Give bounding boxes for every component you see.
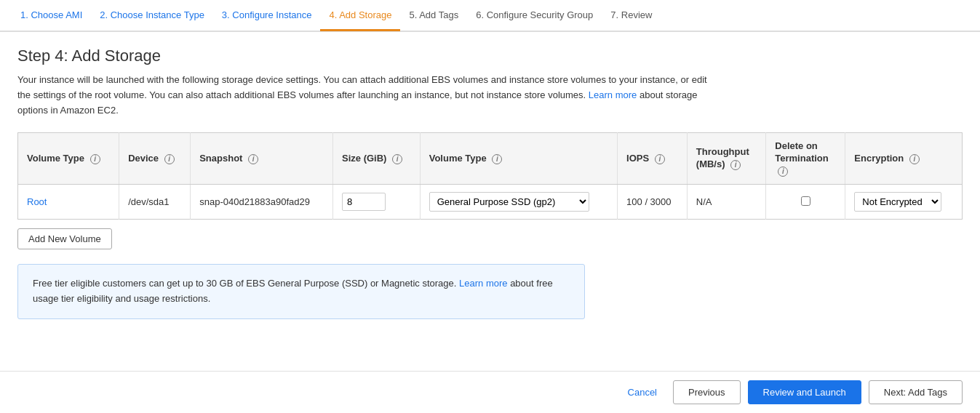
info-icon-volume-type-2[interactable]: i <box>492 154 502 164</box>
cell-snapshot: snap-040d21883a90fad29 <box>191 185 333 220</box>
storage-table: Volume Type i Device i Snapshot i Size (… <box>17 132 963 220</box>
cell-device: /dev/sda1 <box>119 185 191 220</box>
col-header-encryption: Encryption i <box>845 133 963 185</box>
info-icon-iops[interactable]: i <box>655 154 665 164</box>
cell-volume-type-select: General Purpose SSD (gp2) Provisioned IO… <box>420 185 617 220</box>
info-icon-size-gib[interactable]: i <box>392 154 402 164</box>
wizard-step-review[interactable]: 7. Review <box>602 1 661 31</box>
main-content: Step 4: Add Storage Your instance will b… <box>0 32 980 334</box>
root-link[interactable]: Root <box>27 196 47 207</box>
col-header-delete-on-termination: Delete onTermination i <box>766 133 845 185</box>
table-header-row: Volume Type i Device i Snapshot i Size (… <box>18 133 963 185</box>
cell-volume-type: Root <box>18 185 119 220</box>
info-icon-snapshot[interactable]: i <box>248 154 258 164</box>
col-header-iops: IOPS i <box>618 133 688 185</box>
page-description: Your instance will be launched with the … <box>17 73 716 118</box>
col-header-device: Device i <box>119 133 191 185</box>
cell-delete-on-termination <box>766 185 845 220</box>
cell-size <box>333 185 421 220</box>
volume-type-select[interactable]: General Purpose SSD (gp2) Provisioned IO… <box>429 192 589 212</box>
cell-encryption: Not Encrypted Encrypted <box>845 185 963 220</box>
wizard-step-choose-instance-type[interactable]: 2. Choose Instance Type <box>91 1 213 31</box>
learn-more-free-tier-link[interactable]: Learn more <box>459 278 507 289</box>
info-icon-device[interactable]: i <box>164 154 175 164</box>
size-input[interactable] <box>342 193 386 211</box>
wizard-navigation: 1. Choose AMI 2. Choose Instance Type 3.… <box>0 0 980 32</box>
col-header-size-gib: Size (GiB) i <box>333 133 421 185</box>
wizard-step-add-tags[interactable]: 5. Add Tags <box>400 1 467 31</box>
cell-throughput: N/A <box>687 185 765 220</box>
col-header-snapshot: Snapshot i <box>191 133 333 185</box>
page-title: Step 4: Add Storage <box>17 47 963 65</box>
col-header-volume-type-2: Volume Type i <box>420 133 617 185</box>
add-new-volume-button[interactable]: Add New Volume <box>17 228 112 249</box>
info-icon-delete-on-termination[interactable]: i <box>778 167 788 177</box>
info-box: Free tier eligible customers can get up … <box>17 264 585 319</box>
info-icon-throughput[interactable]: i <box>730 160 741 170</box>
encryption-select[interactable]: Not Encrypted Encrypted <box>854 192 941 212</box>
table-row: Root /dev/sda1 snap-040d21883a90fad29 Ge… <box>18 185 963 220</box>
col-header-volume-type: Volume Type i <box>18 133 119 185</box>
wizard-step-configure-security-group[interactable]: 6. Configure Security Group <box>467 1 602 31</box>
info-icon-volume-type[interactable]: i <box>90 154 100 164</box>
wizard-step-choose-ami[interactable]: 1. Choose AMI <box>12 1 91 31</box>
cell-iops: 100 / 3000 <box>618 185 688 220</box>
learn-more-storage-link[interactable]: Learn more <box>589 89 637 100</box>
delete-on-termination-checkbox[interactable] <box>801 196 810 206</box>
wizard-step-configure-instance[interactable]: 3. Configure Instance <box>213 1 321 31</box>
col-header-throughput: Throughput(MB/s) i <box>687 133 765 185</box>
info-icon-encryption[interactable]: i <box>909 154 920 164</box>
wizard-step-add-storage[interactable]: 4. Add Storage <box>320 1 400 31</box>
